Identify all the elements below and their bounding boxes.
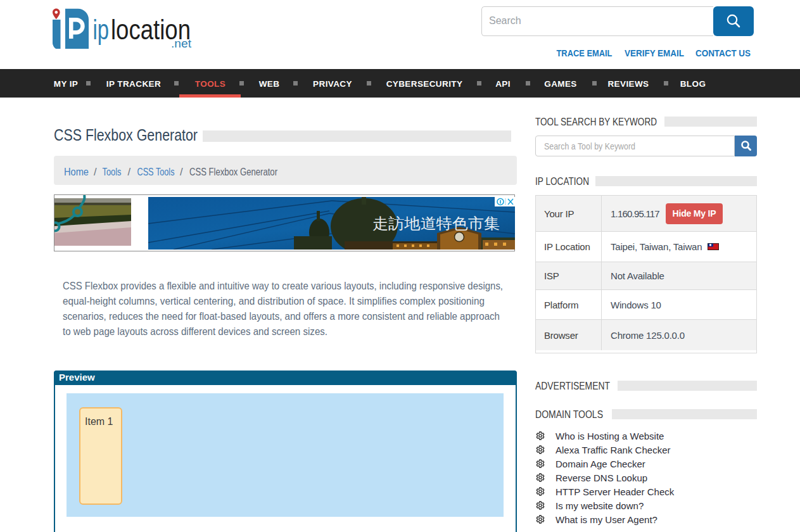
svg-text:CONTACT US: CONTACT US [695, 48, 751, 58]
svg-text:走訪地道特色市集: 走訪地道特色市集 [372, 215, 500, 232]
svg-text:CSS Flexbox provides a flexibl: CSS Flexbox provides a flexible and intu… [63, 280, 503, 291]
svg-text:/: / [180, 166, 183, 177]
svg-text:ip: ip [93, 14, 110, 45]
svg-text:scenarios, reduces the need fo: scenarios, reduces the need for float-ba… [63, 310, 500, 322]
svg-text:.net: .net [171, 37, 192, 50]
svg-text:CSS Tools: CSS Tools [137, 166, 175, 177]
svg-text:ADVERTISEMENT: ADVERTISEMENT [535, 380, 610, 392]
svg-text:CSS Flexbox Generator: CSS Flexbox Generator [189, 166, 277, 177]
svg-text:Tools: Tools [103, 166, 122, 177]
svg-text:to web page layouts across dif: to web page layouts across different dev… [63, 326, 327, 337]
svg-text:Home: Home [64, 166, 89, 177]
svg-text:TRACE EMAIL: TRACE EMAIL [557, 48, 613, 58]
svg-text:equal-height columns, vertical: equal-height columns, vertical centering… [63, 295, 485, 307]
svg-text:DOMAIN TOOLS: DOMAIN TOOLS [535, 408, 603, 421]
svg-text:/: / [94, 166, 97, 177]
svg-text:IP LOCATION: IP LOCATION [535, 175, 589, 187]
svg-text:Search a Tool by Keyword: Search a Tool by Keyword [544, 141, 635, 151]
svg-text:TOOL SEARCH BY KEYWORD: TOOL SEARCH BY KEYWORD [535, 116, 657, 128]
svg-text:/: / [128, 166, 131, 177]
svg-text:VERIFY EMAIL: VERIFY EMAIL [625, 48, 684, 58]
svg-text:CSS Flexbox Generator: CSS Flexbox Generator [54, 125, 198, 144]
